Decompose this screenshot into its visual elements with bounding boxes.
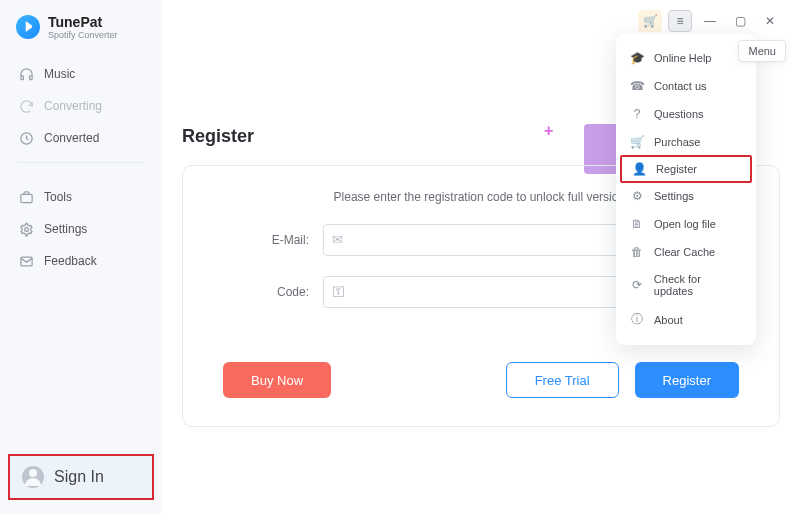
maximize-icon: ▢ bbox=[735, 14, 746, 28]
menu-item-online-help[interactable]: 🎓Online Help bbox=[616, 44, 756, 72]
refresh-icon bbox=[18, 98, 34, 114]
sidebar-divider bbox=[18, 162, 144, 163]
trash-icon: 🗑 bbox=[630, 245, 644, 259]
main-menu-dropdown: 🎓Online Help ☎Contact us ?Questions 🛒Pur… bbox=[616, 34, 756, 345]
svg-rect-3 bbox=[20, 194, 31, 202]
minimize-button[interactable]: ― bbox=[698, 10, 722, 32]
key-icon: ⚿ bbox=[332, 284, 345, 299]
sidebar-item-music[interactable]: Music bbox=[0, 58, 162, 90]
code-label: Code: bbox=[219, 285, 309, 299]
cart-icon: 🛒 bbox=[630, 135, 644, 149]
phone-icon: ☎ bbox=[630, 79, 644, 93]
maximize-button[interactable]: ▢ bbox=[728, 10, 752, 32]
main-content: 🛒 ≡ ― ▢ ✕ Menu 🎓Online Help ☎Contact us … bbox=[162, 0, 800, 514]
nav-group-library: Music Converting Converted bbox=[0, 58, 162, 154]
sidebar-item-label: Feedback bbox=[44, 254, 97, 268]
cart-button[interactable]: 🛒 bbox=[638, 10, 662, 32]
menu-item-check-updates[interactable]: ⟳Check for updates bbox=[616, 266, 756, 304]
close-icon: ✕ bbox=[765, 14, 775, 28]
sidebar-item-settings[interactable]: Settings bbox=[0, 213, 162, 245]
sidebar-item-tools[interactable]: Tools bbox=[0, 181, 162, 213]
menu-item-contact[interactable]: ☎Contact us bbox=[616, 72, 756, 100]
menu-item-register[interactable]: 👤Register bbox=[620, 155, 752, 183]
nav-group-tools: Tools Settings Feedback bbox=[0, 181, 162, 277]
sidebar-item-label: Converted bbox=[44, 131, 99, 145]
sidebar-item-label: Tools bbox=[44, 190, 72, 204]
close-button[interactable]: ✕ bbox=[758, 10, 782, 32]
menu-item-label: Questions bbox=[654, 108, 704, 120]
menu-item-open-log[interactable]: 🗎Open log file bbox=[616, 210, 756, 238]
brand-block: TunePat Spotify Converter bbox=[0, 14, 162, 48]
buy-now-button[interactable]: Buy Now bbox=[223, 362, 331, 398]
titlebar: 🛒 ≡ ― ▢ ✕ bbox=[638, 10, 782, 32]
menu-item-questions[interactable]: ?Questions bbox=[616, 100, 756, 128]
hamburger-icon: ≡ bbox=[676, 14, 683, 28]
app-subtitle: Spotify Converter bbox=[48, 30, 118, 40]
question-icon: ? bbox=[630, 107, 644, 121]
svg-rect-0 bbox=[20, 75, 23, 79]
sidebar-item-feedback[interactable]: Feedback bbox=[0, 245, 162, 277]
menu-item-label: Check for updates bbox=[654, 273, 742, 297]
email-field[interactable] bbox=[323, 224, 633, 256]
sidebar: TunePat Spotify Converter Music Converti… bbox=[0, 0, 162, 514]
cart-icon: 🛒 bbox=[643, 14, 658, 28]
envelope-icon: ✉ bbox=[332, 232, 343, 247]
menu-item-about[interactable]: ⓘAbout bbox=[616, 304, 756, 335]
avatar-icon bbox=[22, 466, 44, 488]
sidebar-item-label: Music bbox=[44, 67, 75, 81]
sidebar-item-label: Converting bbox=[44, 99, 102, 113]
file-icon: 🗎 bbox=[630, 217, 644, 231]
signin-label: Sign In bbox=[54, 468, 104, 486]
menu-item-label: Contact us bbox=[654, 80, 707, 92]
menu-item-label: Online Help bbox=[654, 52, 711, 64]
svg-point-4 bbox=[24, 227, 28, 231]
menu-button[interactable]: ≡ bbox=[668, 10, 692, 32]
menu-tooltip: Menu bbox=[738, 40, 786, 62]
minimize-icon: ― bbox=[704, 14, 716, 28]
menu-item-label: Open log file bbox=[654, 218, 716, 230]
sync-icon: ⟳ bbox=[630, 278, 644, 292]
gear-icon: ⚙ bbox=[630, 189, 644, 203]
email-label: E-Mail: bbox=[219, 233, 309, 247]
menu-item-clear-cache[interactable]: 🗑Clear Cache bbox=[616, 238, 756, 266]
info-icon: ⓘ bbox=[630, 311, 644, 328]
svg-rect-1 bbox=[29, 75, 32, 79]
menu-item-purchase[interactable]: 🛒Purchase bbox=[616, 128, 756, 156]
grad-cap-icon: 🎓 bbox=[630, 51, 644, 65]
menu-item-label: Clear Cache bbox=[654, 246, 715, 258]
code-field[interactable] bbox=[323, 276, 633, 308]
register-button[interactable]: Register bbox=[635, 362, 739, 398]
menu-item-label: About bbox=[654, 314, 683, 326]
signin-button[interactable]: Sign In bbox=[8, 454, 154, 500]
menu-item-label: Settings bbox=[654, 190, 694, 202]
free-trial-button[interactable]: Free Trial bbox=[506, 362, 619, 398]
mail-icon bbox=[18, 253, 34, 269]
menu-item-label: Purchase bbox=[654, 136, 700, 148]
user-key-icon: 👤 bbox=[632, 162, 646, 176]
menu-item-label: Register bbox=[656, 163, 697, 175]
sidebar-item-label: Settings bbox=[44, 222, 87, 236]
sidebar-item-converting[interactable]: Converting bbox=[0, 90, 162, 122]
menu-item-settings[interactable]: ⚙Settings bbox=[616, 182, 756, 210]
briefcase-icon bbox=[18, 189, 34, 205]
app-title: TunePat bbox=[48, 14, 118, 30]
clock-icon bbox=[18, 130, 34, 146]
headphones-icon bbox=[18, 66, 34, 82]
app-logo-icon bbox=[16, 15, 40, 39]
sidebar-item-converted[interactable]: Converted bbox=[0, 122, 162, 154]
gear-icon bbox=[18, 221, 34, 237]
